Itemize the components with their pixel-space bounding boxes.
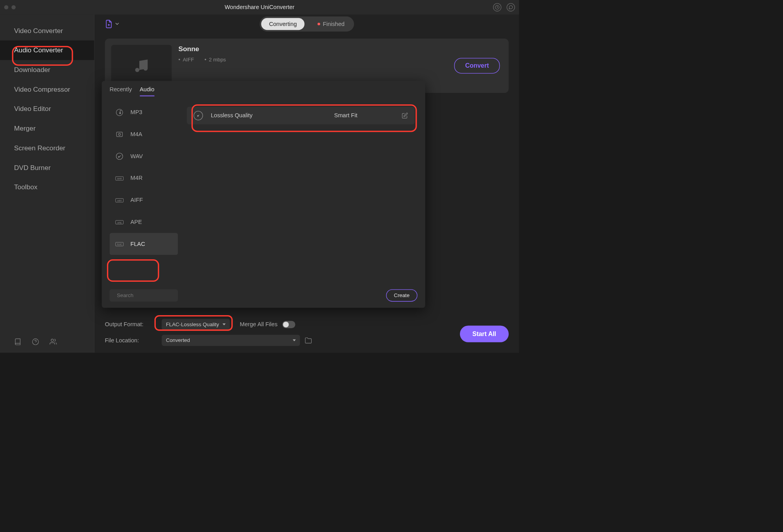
file-info: Sonne AIFF 2 mbps bbox=[178, 45, 447, 63]
svg-point-7 bbox=[144, 66, 148, 71]
chevron-down-icon bbox=[293, 340, 296, 342]
format-label: APE bbox=[131, 219, 142, 225]
chevron-down-icon bbox=[115, 23, 119, 26]
format-label: M4A bbox=[131, 131, 142, 138]
create-preset-button[interactable]: Create bbox=[386, 289, 417, 301]
sidebar-item-dvd-burner[interactable]: DVD Burner bbox=[0, 158, 94, 177]
popup-tabs: Recently Audio bbox=[102, 81, 425, 96]
minimize-window-button[interactable] bbox=[11, 5, 16, 9]
svg-rect-10 bbox=[116, 132, 122, 137]
svg-point-9 bbox=[120, 113, 121, 114]
m4r-icon: M4R bbox=[115, 174, 124, 183]
svg-point-6 bbox=[135, 68, 139, 72]
format-item-aiff[interactable]: AIFF AIFF bbox=[109, 189, 178, 211]
community-icon[interactable] bbox=[50, 338, 57, 345]
ape-icon: APE bbox=[115, 217, 124, 227]
m4a-icon bbox=[115, 130, 124, 139]
finished-indicator-icon bbox=[318, 23, 320, 26]
svg-point-11 bbox=[118, 133, 120, 135]
chevron-down-icon bbox=[223, 323, 226, 325]
output-format-value: FLAC-Lossless Quality bbox=[166, 321, 219, 327]
format-label: M4R bbox=[131, 175, 143, 181]
popup-tab-recently[interactable]: Recently bbox=[109, 86, 132, 96]
file-location-select[interactable]: Converted bbox=[162, 335, 300, 346]
aiff-icon: AIFF bbox=[115, 196, 124, 205]
sidebar-item-audio-converter[interactable]: Audio Converter bbox=[0, 41, 94, 60]
file-title: Sonne bbox=[178, 45, 447, 53]
svg-point-3 bbox=[51, 339, 54, 342]
convert-button[interactable]: Convert bbox=[454, 58, 500, 74]
feedback-icon[interactable] bbox=[507, 3, 515, 11]
wav-icon bbox=[115, 151, 124, 161]
start-all-button[interactable]: Start All bbox=[460, 325, 509, 342]
main-tabs: Converting Finished bbox=[260, 17, 354, 31]
window-title: Wondershare UniConverter bbox=[225, 4, 294, 11]
toggle-knob bbox=[283, 321, 289, 327]
format-label: WAV bbox=[131, 153, 143, 160]
format-search-box[interactable] bbox=[109, 289, 178, 301]
account-icon[interactable] bbox=[493, 3, 501, 11]
sidebar: Video Converter Audio Converter Download… bbox=[0, 15, 94, 353]
help-icon[interactable] bbox=[32, 338, 39, 345]
bottom-bar: Output Format: FLAC-Lossless Quality Mer… bbox=[94, 315, 519, 353]
svg-text:FLAC: FLAC bbox=[117, 244, 122, 246]
sidebar-item-video-compressor[interactable]: Video Compressor bbox=[0, 79, 94, 99]
format-item-flac[interactable]: FLAC FLAC bbox=[109, 233, 178, 255]
close-window-button[interactable] bbox=[4, 5, 9, 9]
svg-text:APE: APE bbox=[117, 222, 122, 224]
format-item-ape[interactable]: APE APE bbox=[109, 211, 178, 233]
svg-point-1 bbox=[32, 339, 38, 345]
open-folder-button[interactable] bbox=[305, 337, 312, 344]
app-window: Wondershare UniConverter Video Converter… bbox=[0, 0, 519, 353]
format-item-mp3[interactable]: MP3 bbox=[109, 102, 178, 124]
quality-panel: Lossless Quality Smart Fit bbox=[184, 102, 417, 283]
merge-all-toggle[interactable] bbox=[282, 321, 295, 328]
format-item-m4a[interactable]: M4A bbox=[109, 124, 178, 146]
file-source-format: AIFF bbox=[178, 57, 194, 63]
tab-finished[interactable]: Finished bbox=[310, 18, 352, 30]
mp3-icon bbox=[115, 108, 124, 117]
format-label: FLAC bbox=[131, 240, 145, 247]
format-label: AIFF bbox=[131, 197, 143, 203]
quality-fit: Smart Fit bbox=[334, 112, 357, 119]
format-search-input[interactable] bbox=[117, 292, 183, 298]
main-header: Converting Finished bbox=[94, 15, 519, 33]
sidebar-item-downloader[interactable]: Downloader bbox=[0, 60, 94, 79]
file-location-label: File Location: bbox=[105, 337, 157, 344]
quality-icon bbox=[194, 111, 203, 120]
file-location-value: Converted bbox=[166, 337, 190, 343]
format-item-m4r[interactable]: M4R M4R bbox=[109, 167, 178, 189]
tab-finished-label: Finished bbox=[323, 20, 345, 27]
output-format-select[interactable]: FLAC-Lossless Quality bbox=[162, 319, 230, 330]
window-controls bbox=[4, 5, 16, 9]
quality-label: Lossless Quality bbox=[211, 112, 253, 119]
guide-icon[interactable] bbox=[14, 338, 22, 345]
popup-tab-audio[interactable]: Audio bbox=[140, 86, 154, 96]
svg-text:AIFF: AIFF bbox=[117, 200, 122, 202]
flac-icon: FLAC bbox=[115, 239, 124, 249]
format-popup: Recently Audio MP3 M4A WAV M4R bbox=[102, 81, 425, 308]
merge-all-label: Merge All Files bbox=[240, 321, 278, 328]
sidebar-item-screen-recorder[interactable]: Screen Recorder bbox=[0, 138, 94, 158]
file-meta: AIFF 2 mbps bbox=[178, 57, 447, 63]
titlebar: Wondershare UniConverter bbox=[0, 0, 519, 15]
sidebar-item-video-converter[interactable]: Video Converter bbox=[0, 21, 94, 41]
sidebar-item-merger[interactable]: Merger bbox=[0, 119, 94, 139]
format-list[interactable]: MP3 M4A WAV M4R M4R AIFF AIFF bbox=[109, 102, 178, 283]
sidebar-item-toolbox[interactable]: Toolbox bbox=[0, 177, 94, 197]
add-file-button[interactable] bbox=[105, 20, 119, 29]
file-bitrate: 2 mbps bbox=[205, 57, 226, 63]
format-item-wav[interactable]: WAV bbox=[109, 145, 178, 167]
file-thumbnail[interactable] bbox=[111, 45, 172, 87]
quality-option-lossless[interactable]: Lossless Quality Smart Fit bbox=[187, 107, 415, 124]
tab-converting[interactable]: Converting bbox=[261, 18, 305, 30]
svg-text:M4R: M4R bbox=[117, 177, 122, 180]
output-format-label: Output Format: bbox=[105, 321, 157, 328]
popup-footer: Create bbox=[102, 285, 425, 308]
edit-icon[interactable] bbox=[402, 113, 408, 119]
svg-point-8 bbox=[116, 109, 123, 116]
format-label: MP3 bbox=[131, 109, 142, 116]
sidebar-item-video-editor[interactable]: Video Editor bbox=[0, 99, 94, 119]
